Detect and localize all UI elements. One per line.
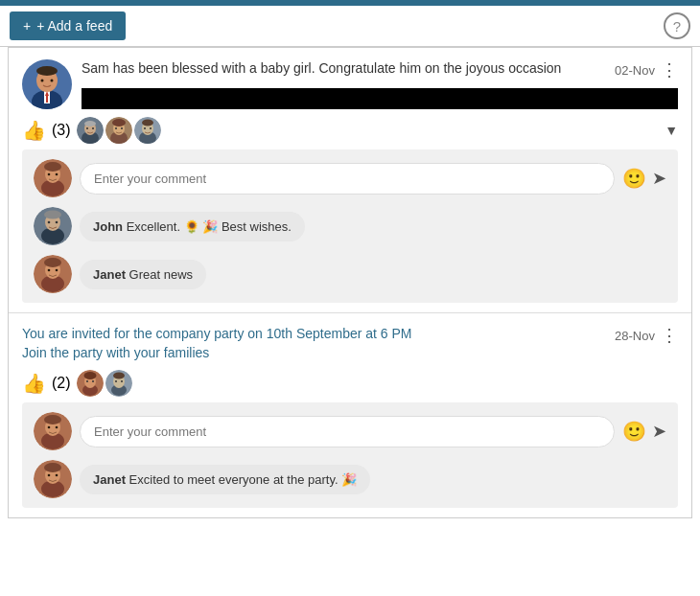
svg-point-66	[44, 463, 61, 472]
post-2-comment-input-row: 🙂 ➤	[34, 412, 666, 450]
svg-point-13	[86, 127, 88, 129]
svg-point-37	[48, 221, 51, 224]
janet-2-comment-bubble: Janet Excited to meet everyone at the pa…	[80, 465, 370, 494]
toolbar: + + Add a feed ?	[0, 6, 700, 47]
post-2-reactions: 👍 (2)	[22, 370, 678, 397]
john-avatar	[34, 207, 72, 245]
svg-point-36	[44, 211, 61, 219]
svg-point-62	[56, 426, 58, 429]
comment-john: John Excellent. 🌻 🎉 Best wishes.	[34, 207, 666, 245]
svg-point-30	[44, 162, 61, 172]
post-2-header: You are invited for the company party on…	[22, 325, 678, 362]
post-2-like-icon[interactable]: 👍	[22, 372, 46, 395]
post-2: You are invited for the company party on…	[9, 313, 691, 517]
help-icon[interactable]: ?	[664, 12, 690, 39]
post-1-meta: Sam has been blessed with a baby girl. C…	[82, 59, 678, 80]
post-1-text: Sam has been blessed with a baby girl. C…	[82, 59, 561, 79]
post-2-meta: You are invited for the company party on…	[22, 325, 678, 362]
post-1: Sam has been blessed with a baby girl. C…	[9, 48, 691, 313]
post-1-reactions: 👍 (3)	[22, 117, 678, 144]
post-1-comment-input-row: 🙂 ➤	[34, 159, 666, 197]
svg-point-43	[48, 269, 51, 272]
svg-point-20	[121, 127, 123, 129]
reaction-avatars	[77, 117, 161, 144]
post-1-more-icon[interactable]: ⋮	[661, 59, 678, 80]
svg-point-25	[144, 127, 146, 129]
post-2-comment-user-avatar	[34, 412, 72, 450]
svg-point-67	[48, 474, 51, 477]
janet-2-avatar	[34, 460, 72, 498]
post-1-avatar	[22, 59, 72, 109]
svg-point-19	[115, 127, 117, 129]
comment-janet-2: Janet Excited to meet everyone at the pa…	[34, 460, 666, 498]
post-1-comment-section: 🙂 ➤ John	[22, 149, 678, 303]
post-2-comment-section: 🙂 ➤ Jane	[22, 402, 678, 508]
post-1-comment-input[interactable]	[80, 163, 615, 195]
janet-text: Great news	[129, 267, 193, 282]
add-feed-label: + Add a feed	[36, 18, 112, 34]
svg-point-38	[56, 221, 58, 224]
svg-point-44	[56, 269, 58, 272]
post-2-text: You are invited for the company party on…	[22, 325, 412, 362]
svg-point-48	[83, 372, 96, 379]
post-2-reaction-avatars	[77, 370, 132, 397]
john-text: Excellent. 🌻 🎉 Best wishes.	[127, 219, 292, 234]
svg-point-18	[112, 119, 126, 126]
svg-point-56	[121, 380, 123, 382]
reaction-avatar-3	[134, 117, 161, 144]
post-1-image	[82, 88, 678, 109]
svg-point-32	[56, 173, 58, 176]
svg-point-54	[113, 373, 125, 379]
post-2-content: You are invited for the company party on…	[22, 325, 678, 362]
add-feed-button[interactable]: + + Add a feed	[10, 11, 126, 40]
post-2-likes-count: (2)	[52, 375, 71, 392]
svg-point-68	[56, 474, 58, 477]
reaction-avatar-2	[105, 117, 132, 144]
plus-icon: +	[23, 18, 31, 34]
svg-point-8	[51, 80, 54, 82]
svg-rect-4	[46, 95, 48, 103]
svg-point-14	[92, 127, 94, 129]
send-icon[interactable]: ➤	[652, 168, 666, 189]
svg-point-7	[41, 80, 44, 82]
john-name: John	[93, 219, 123, 234]
svg-point-12	[84, 121, 96, 126]
post-1-likes-count: (3)	[52, 122, 71, 139]
janet-avatar	[34, 255, 72, 293]
post-2-reaction-avatar-1	[77, 370, 104, 397]
svg-point-42	[44, 258, 61, 267]
post-1-date: 02-Nov ⋮	[615, 59, 678, 80]
janet-comment-bubble: Janet Great news	[80, 260, 206, 289]
post-1-header: Sam has been blessed with a baby girl. C…	[22, 59, 678, 109]
like-icon[interactable]: 👍	[22, 119, 46, 142]
janet-name: Janet	[93, 267, 126, 282]
svg-point-31	[48, 173, 51, 176]
dropdown-arrow[interactable]: ▼	[665, 123, 678, 138]
post-1-content: Sam has been blessed with a baby girl. C…	[82, 59, 678, 109]
post-2-date: 28-Nov ⋮	[615, 325, 678, 346]
svg-point-61	[48, 426, 51, 429]
post-2-send-icon[interactable]: ➤	[652, 421, 666, 442]
post-2-more-icon[interactable]: ⋮	[661, 325, 678, 346]
post-2-reaction-avatar-2	[105, 370, 132, 397]
svg-point-26	[150, 127, 152, 129]
svg-point-49	[86, 380, 88, 382]
emoji-icon[interactable]: 🙂	[622, 167, 646, 190]
svg-point-24	[142, 120, 153, 126]
post-2-comment-actions: 🙂 ➤	[622, 420, 666, 443]
svg-point-6	[36, 66, 58, 76]
comment-user-avatar	[34, 159, 72, 197]
svg-point-55	[115, 380, 117, 382]
post-1-comment-actions: 🙂 ➤	[622, 167, 666, 190]
reaction-avatar-1	[77, 117, 104, 144]
feed-container: Sam has been blessed with a baby girl. C…	[8, 47, 692, 518]
janet-2-name: Janet	[93, 472, 126, 487]
post-2-emoji-icon[interactable]: 🙂	[622, 420, 646, 443]
comment-janet: Janet Great news	[34, 255, 666, 293]
janet-2-text: Excited to meet everyone at the party. 🎉	[129, 472, 358, 487]
svg-point-50	[92, 380, 94, 382]
post-2-comment-input[interactable]	[80, 416, 615, 447]
svg-point-60	[44, 415, 61, 424]
john-comment-bubble: John Excellent. 🌻 🎉 Best wishes.	[80, 212, 305, 241]
